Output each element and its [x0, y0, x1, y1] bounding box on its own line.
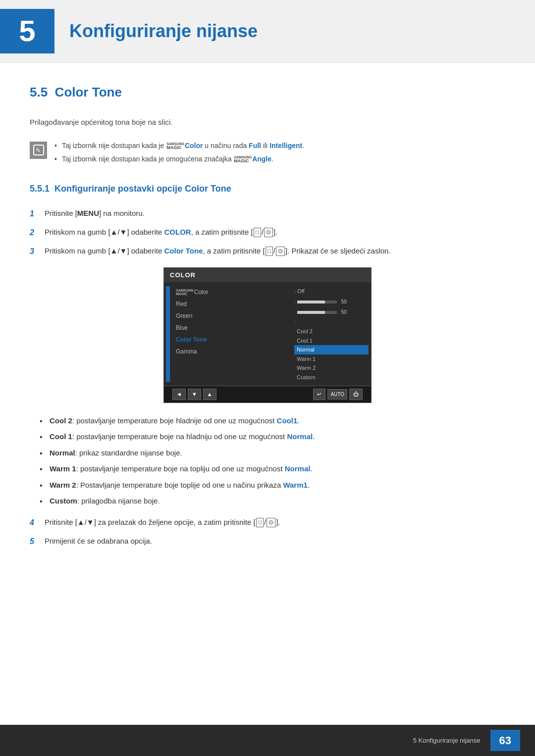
step-1: 1 Pritisnite [MENU] na monitoru. [30, 208, 505, 220]
step-2: 2 Pritiskom na gumb [▲/▼] odaberite COLO… [30, 227, 505, 239]
osd-btn-down[interactable]: ▼ [188, 389, 201, 400]
note-box: Taj izbornik nije dostupan kada je SAMSU… [30, 141, 505, 167]
osd-bottom-bar: ◄ ▼ ▲ ↵ AUTO ⏻ [164, 386, 371, 403]
osd-option-cool1: Cool 1 [294, 336, 369, 346]
osd-item-blue: Blue [176, 322, 288, 334]
osd-menu-items: SAMSUNGMAGIC Color Red Green Blue Color … [172, 286, 292, 382]
osd-item-color-tone: Color Tone [176, 334, 288, 346]
osd-value-off: : Off [294, 286, 369, 297]
osd-item-green: Green [176, 310, 288, 322]
osd-option-warm1: Warm 1 [294, 354, 369, 364]
note-icon [30, 142, 47, 159]
note-item-2: Taj izbornik nije dostupan kada je omogu… [54, 154, 505, 164]
section-title: 5.5 Color Tone [30, 83, 505, 102]
osd-btn-left[interactable]: ◄ [172, 389, 186, 400]
osd-value-red: : 50 [294, 297, 369, 307]
osd-option-custom: Custom [294, 373, 369, 382]
bullet-list: Cool 2: postavljanje temperature boje hl… [40, 415, 505, 507]
bullet-cool2: Cool 2: postavljanje temperature boje hl… [40, 415, 505, 427]
osd-item-gamma: Gamma [176, 346, 288, 357]
osd-left-bar [166, 286, 170, 382]
subsection-title: 5.5.1 Konfiguriranje postavki opcije Col… [30, 182, 505, 196]
osd-color-tone-options: : Cool 2 Cool 1 Normal Warm 1 Warm 2 Cus… [294, 317, 369, 382]
steps-list: 1 Pritisnite [MENU] na monitoru. 2 Priti… [30, 208, 505, 257]
bullet-warm2: Warm 2: Postavljanje temperature boje to… [40, 480, 505, 491]
main-content: 5.5 Color Tone Prilagođavanje općenitog … [0, 83, 535, 594]
bullet-cool1: Cool 1: postavljanje temperature boje na… [40, 431, 505, 443]
osd-value-green: : 50 [294, 307, 369, 317]
osd-item-red: Red [176, 298, 288, 310]
bullet-normal: Normal: prikaz standardne nijanse boje. [40, 448, 505, 459]
intro-text: Prilagođavanje općenitog tona boje na sl… [30, 117, 505, 128]
osd-btn-enter[interactable]: ↵ [313, 389, 325, 400]
chapter-number: 5 [0, 9, 54, 53]
note-content: Taj izbornik nije dostupan kada je SAMSU… [54, 141, 505, 167]
bullet-custom: Custom: prilagodba nijanse boje. [40, 496, 505, 507]
osd-option-cool2: Cool 2 [294, 327, 369, 336]
chapter-header: 5 Konfiguriranje nijanse [0, 0, 535, 63]
osd-values: : Off : 50 : 50 [292, 286, 371, 382]
bullet-warm1: Warm 1: postavljanje temperature boje na… [40, 463, 505, 475]
step-5: 5 Primijenit će se odabrana opcija. [30, 536, 505, 548]
note-item-1: Taj izbornik nije dostupan kada je SAMSU… [54, 141, 505, 151]
footer-chapter-label: 5 Konfiguriranje nijanse [413, 736, 481, 746]
osd-btn-power[interactable]: ⏻ [349, 389, 363, 400]
footer-page-number: 63 [490, 730, 520, 751]
osd-item-magic-color: SAMSUNGMAGIC Color [176, 286, 288, 298]
osd-btn-auto[interactable]: AUTO [327, 389, 347, 400]
page-footer: 5 Konfiguriranje nijanse 63 [0, 725, 535, 756]
osd-option-normal: Normal [294, 345, 369, 354]
chapter-title: Konfiguriranje nijanse [69, 18, 258, 45]
osd-option-warm2: Warm 2 [294, 363, 369, 373]
osd-screenshot: COLOR SAMSUNGMAGIC Color Red Green Blue … [163, 267, 372, 403]
osd-title: COLOR [164, 268, 371, 283]
step-4: 4 Pritisnite [▲/▼] za prelazak do željen… [30, 517, 505, 529]
step-3: 3 Pritiskom na gumb [▲/▼] odaberite Colo… [30, 246, 505, 257]
osd-btn-up[interactable]: ▲ [203, 389, 216, 400]
